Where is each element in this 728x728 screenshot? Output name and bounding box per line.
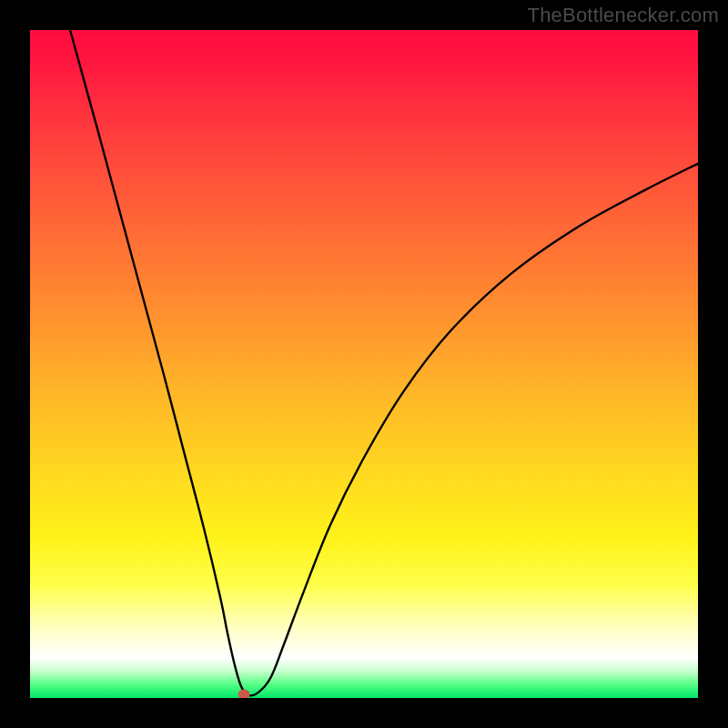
plot-area bbox=[30, 30, 698, 698]
bottleneck-curve bbox=[30, 30, 698, 698]
chart-frame: TheBottlenecker.com bbox=[0, 0, 728, 728]
watermark-text: TheBottlenecker.com bbox=[528, 4, 719, 27]
optimal-point-marker bbox=[238, 690, 249, 698]
